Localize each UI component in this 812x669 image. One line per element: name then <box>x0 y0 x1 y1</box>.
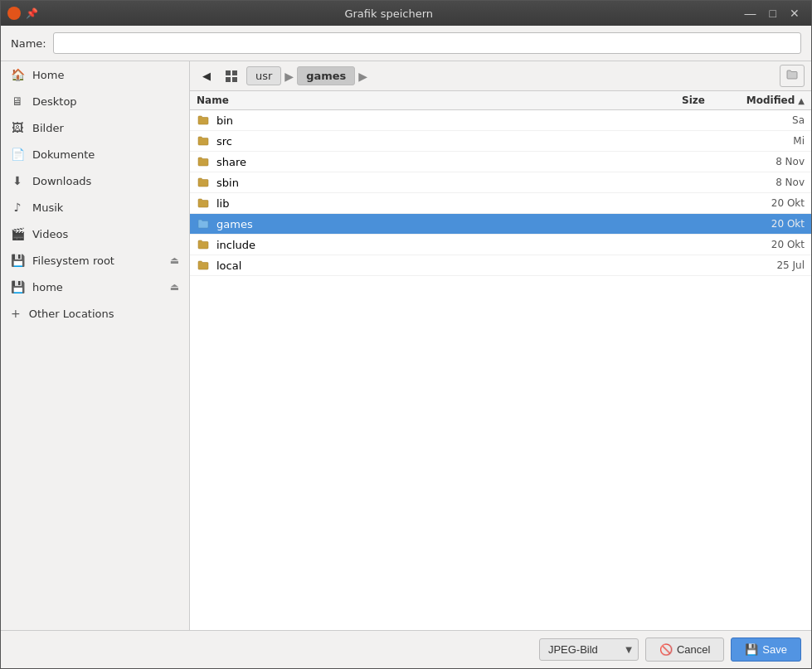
close-button[interactable]: ✕ <box>785 6 805 21</box>
table-row[interactable]: include 20 Okt <box>190 235 811 255</box>
breadcrumb-forward-arrow: ▶ <box>358 70 367 83</box>
file-toolbar: ◀ usr ▶ games ▶ <box>190 61 811 91</box>
file-list-container: Name Size Modified ▲ bin <box>190 91 811 630</box>
file-modified-cell: 25 Jul <box>705 259 805 271</box>
table-row[interactable]: sbin 8 Nov <box>190 172 811 193</box>
file-list-header: Name Size Modified ▲ <box>190 91 811 110</box>
column-header-modified[interactable]: Modified ▲ <box>712 91 811 109</box>
file-modified-cell: Mi <box>705 135 805 147</box>
bottom-bar: JPEG-Bild PNG-Bild BMP-Bild TIFF-Bild ▼ … <box>1 630 811 668</box>
sidebar-item-musik[interactable]: ♪ Musik <box>1 194 189 221</box>
file-modified-cell: Sa <box>705 114 805 126</box>
sidebar-label-home: Home <box>32 69 64 81</box>
file-modified-cell: 8 Nov <box>705 177 805 188</box>
column-header-size[interactable]: Size <box>645 91 712 109</box>
file-area: ◀ usr ▶ games ▶ <box>190 61 811 630</box>
music-icon: ♪ <box>11 201 24 214</box>
sidebar-item-home-left: 💾 home <box>11 280 63 293</box>
file-name-cell: local <box>197 259 639 272</box>
sidebar-item-dokumente[interactable]: 📄 Dokumente <box>1 141 189 167</box>
sidebar-label-bilder: Bilder <box>32 122 64 134</box>
svg-rect-0 <box>226 70 231 75</box>
name-label: Name: <box>11 37 46 50</box>
sidebar-item-home[interactable]: 🏠 Home <box>1 61 189 88</box>
table-row[interactable]: games 20 Okt <box>190 214 811 235</box>
app-icon <box>7 7 21 20</box>
titlebar: 📌 Grafik speichern — □ ✕ <box>1 1 811 26</box>
sidebar-label-downloads: Downloads <box>32 175 91 187</box>
filename-input[interactable] <box>53 32 801 54</box>
table-row[interactable]: local 25 Jul <box>190 255 811 276</box>
cancel-icon: 🚫 <box>659 643 673 656</box>
maximize-button[interactable]: □ <box>765 6 781 21</box>
file-modified-cell: 8 Nov <box>705 156 805 167</box>
sidebar-label-musik: Musik <box>32 201 63 214</box>
breadcrumb-usr[interactable]: usr <box>246 66 281 85</box>
sidebar-label-filesystem: Filesystem root <box>32 255 114 267</box>
svg-rect-1 <box>232 70 237 75</box>
name-row: Name: <box>1 26 811 61</box>
format-select-wrapper: JPEG-Bild PNG-Bild BMP-Bild TIFF-Bild ▼ <box>539 638 639 661</box>
file-modified-cell: 20 Okt <box>705 197 805 209</box>
sidebar-item-filesystem[interactable]: 💾 Filesystem root ⏏ <box>1 247 189 274</box>
desktop-icon: 🖥 <box>11 95 24 108</box>
sidebar-item-videos[interactable]: 🎬 Videos <box>1 221 189 247</box>
sidebar-item-other-locations[interactable]: + Other Locations <box>1 300 189 327</box>
minimize-button[interactable]: — <box>740 6 761 21</box>
file-name-cell: sbin <box>197 176 639 189</box>
save-label: Save <box>762 643 787 656</box>
file-name-cell: share <box>197 155 639 168</box>
sidebar-label-other: Other Locations <box>29 308 114 320</box>
folder-icon <box>197 114 210 127</box>
file-name-cell: games <box>197 217 639 230</box>
breadcrumb-games[interactable]: games <box>297 66 355 85</box>
sidebar-label-dokumente: Dokumente <box>32 148 95 161</box>
save-button[interactable]: 💾 Save <box>731 637 801 662</box>
file-name-cell: bin <box>197 114 639 127</box>
sidebar-item-filesystem-left: 💾 Filesystem root <box>11 254 114 267</box>
folder-icon <box>197 155 210 168</box>
table-row[interactable]: lib 20 Okt <box>190 193 811 214</box>
file-modified-cell: 20 Okt <box>705 239 805 250</box>
file-name-cell: src <box>197 134 639 148</box>
window-title: Grafik speichern <box>38 7 740 20</box>
eject-icon-filesystem[interactable]: ⏏ <box>170 255 179 266</box>
hdd-icon-filesystem: 💾 <box>11 254 24 267</box>
add-icon: + <box>11 307 21 320</box>
images-icon: 🖼 <box>11 121 24 134</box>
grid-view-button[interactable] <box>220 67 243 85</box>
format-select[interactable]: JPEG-Bild PNG-Bild BMP-Bild TIFF-Bild <box>539 638 639 661</box>
sidebar: 🏠 Home 🖥 Desktop 🖼 Bilder 📄 Dokumente ⬇ <box>1 61 190 630</box>
column-header-name[interactable]: Name <box>190 91 645 109</box>
sidebar-item-downloads[interactable]: ⬇ Downloads <box>1 167 189 194</box>
sidebar-label-desktop: Desktop <box>32 95 77 108</box>
video-icon: 🎬 <box>11 227 24 240</box>
back-button[interactable]: ◀ <box>197 66 216 85</box>
hdd-icon-home: 💾 <box>11 280 24 293</box>
save-icon: 💾 <box>745 643 758 656</box>
window-controls: — □ ✕ <box>740 6 805 21</box>
table-row[interactable]: share 8 Nov <box>190 152 811 172</box>
grid-icon <box>226 70 237 82</box>
sidebar-item-desktop[interactable]: 🖥 Desktop <box>1 88 189 114</box>
titlebar-left: 📌 <box>7 7 38 20</box>
folder-icon <box>197 134 210 148</box>
file-name-cell: include <box>197 238 639 251</box>
file-modified-cell: 20 Okt <box>705 218 805 230</box>
download-icon: ⬇ <box>11 174 24 187</box>
save-dialog-window: 📌 Grafik speichern — □ ✕ Name: 🏠 Home 🖥 … <box>0 0 812 669</box>
sidebar-label-videos: Videos <box>32 228 68 240</box>
table-row[interactable]: bin Sa <box>190 110 811 131</box>
folder-icon <box>197 259 210 272</box>
main-area: 🏠 Home 🖥 Desktop 🖼 Bilder 📄 Dokumente ⬇ <box>1 61 811 630</box>
table-row[interactable]: src Mi <box>190 131 811 152</box>
eject-icon-home[interactable]: ⏏ <box>170 281 179 293</box>
svg-rect-3 <box>232 77 237 82</box>
home-icon: 🏠 <box>11 68 24 81</box>
sidebar-item-bilder[interactable]: 🖼 Bilder <box>1 114 189 141</box>
svg-rect-2 <box>226 77 231 82</box>
cancel-button[interactable]: 🚫 Cancel <box>645 637 724 662</box>
sidebar-item-home-mount[interactable]: 💾 home ⏏ <box>1 274 189 300</box>
new-folder-button[interactable] <box>780 65 805 87</box>
sidebar-label-home-mount: home <box>32 281 63 293</box>
